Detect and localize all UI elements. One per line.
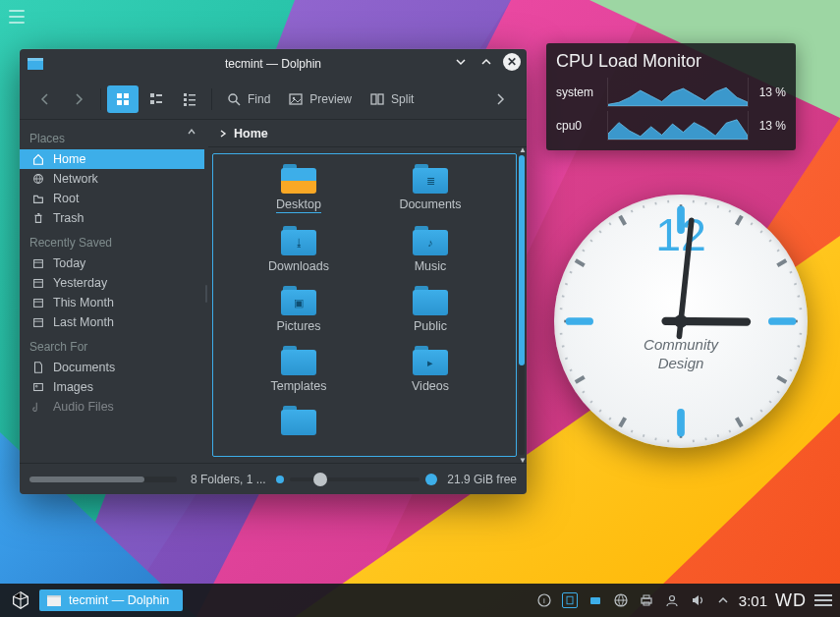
- svg-line-75: [609, 418, 611, 420]
- analog-clock-widget: 12 Community Design: [554, 195, 808, 448]
- cpu-row-label-cpu0: cpu0: [556, 119, 601, 133]
- svg-line-87: [570, 272, 572, 273]
- file-item-documents[interactable]: ≣Documents: [364, 164, 496, 220]
- svg-rect-24: [371, 94, 376, 104]
- cpu-load-widget: CPU Load Monitor system 13 % cpu0 13 %: [546, 43, 796, 150]
- info-icon[interactable]: i: [536, 592, 552, 608]
- clipboard-icon[interactable]: [562, 592, 578, 608]
- breadcrumb-home[interactable]: Home: [234, 127, 268, 140]
- file-item-downloads[interactable]: ⭳Downloads: [233, 226, 364, 280]
- svg-line-73: [632, 430, 633, 432]
- zoom-min-icon: [276, 476, 284, 483]
- sidebar-item-root[interactable]: Root: [20, 189, 204, 208]
- file-item-videos[interactable]: ▸Videos: [364, 346, 496, 400]
- scroll-down-icon[interactable]: ▼: [519, 456, 525, 465]
- sidebar-item-last-month[interactable]: Last Month: [20, 312, 204, 332]
- svg-line-90: [590, 240, 592, 242]
- taskbar-entry-dolphin[interactable]: tecmint — Dolphin: [39, 589, 183, 611]
- app-launcher-button[interactable]: [8, 588, 33, 613]
- sidebar-item-today[interactable]: Today: [20, 253, 204, 273]
- nav-back-button[interactable]: [29, 85, 61, 113]
- close-button[interactable]: ✕: [503, 53, 521, 71]
- sidebar-collapse-icon[interactable]: [187, 126, 196, 140]
- maximize-button[interactable]: [477, 53, 495, 71]
- sidebar-item-audio[interactable]: Audio Files: [20, 397, 204, 417]
- sidebar-item-this-month[interactable]: This Month: [20, 293, 204, 312]
- file-label: Downloads: [268, 259, 329, 273]
- svg-line-88: [576, 260, 585, 265]
- cpu-row-label-system: system: [556, 85, 601, 99]
- device-icon[interactable]: [588, 592, 603, 608]
- desktop-menu-button[interactable]: [6, 6, 28, 28]
- svg-line-54: [798, 296, 801, 297]
- svg-line-89: [583, 250, 585, 252]
- panel-clock[interactable]: 3:01: [739, 592, 767, 609]
- svg-rect-13: [150, 100, 154, 104]
- svg-line-79: [576, 377, 585, 382]
- svg-rect-30: [34, 319, 43, 327]
- titlebar[interactable]: tecmint — Dolphin ✕: [20, 49, 527, 79]
- breadcrumb[interactable]: Home: [208, 120, 527, 147]
- svg-line-51: [777, 260, 786, 265]
- sidebar-horizontal-scrollbar[interactable]: [29, 477, 177, 482]
- toolbar: Find Preview Split: [20, 79, 527, 120]
- user-icon[interactable]: [664, 592, 680, 608]
- svg-rect-31: [34, 384, 43, 391]
- scrollbar-thumb[interactable]: [519, 155, 525, 365]
- preview-button[interactable]: Preview: [280, 85, 360, 113]
- svg-line-47: [751, 223, 753, 225]
- file-label: Documents: [399, 197, 461, 211]
- zoom-knob[interactable]: [313, 473, 327, 486]
- sidebar-heading-search: Search For: [20, 332, 204, 358]
- svg-rect-17: [184, 103, 187, 106]
- svg-rect-29: [34, 300, 43, 308]
- panel-menu-button[interactable]: [814, 594, 832, 606]
- window-title: tecmint — Dolphin: [225, 57, 321, 71]
- volume-icon[interactable]: [690, 592, 705, 608]
- panel-day[interactable]: WD: [775, 590, 807, 611]
- network-icon[interactable]: [613, 592, 629, 608]
- sidebar-item-documents[interactable]: Documents: [20, 358, 204, 377]
- file-item-unnamed[interactable]: [233, 406, 364, 446]
- svg-line-52: [790, 272, 792, 273]
- vertical-scrollbar[interactable]: ▲ ▼: [519, 155, 525, 455]
- file-item-music[interactable]: ♪Music: [364, 226, 496, 280]
- split-button[interactable]: Split: [362, 85, 421, 113]
- view-compact-button[interactable]: [140, 85, 172, 113]
- sidebar-heading-places: Places: [20, 124, 204, 149]
- file-item-desktop[interactable]: Desktop: [233, 164, 364, 220]
- tray-expand-icon[interactable]: [715, 592, 731, 608]
- minimize-button[interactable]: [452, 53, 470, 71]
- svg-rect-19: [189, 99, 196, 101]
- svg-line-43: [705, 202, 706, 205]
- file-label: Videos: [412, 379, 449, 393]
- view-details-button[interactable]: [174, 85, 205, 113]
- cpu-pct-system: 13 %: [755, 85, 786, 99]
- svg-rect-7: [117, 93, 122, 98]
- svg-rect-27: [34, 260, 43, 268]
- nav-forward-button[interactable]: [63, 85, 94, 113]
- scroll-up-icon[interactable]: ▲: [519, 145, 525, 154]
- printer-icon[interactable]: [639, 592, 654, 608]
- file-item-templates[interactable]: Templates: [233, 346, 364, 400]
- sidebar-item-images[interactable]: Images: [20, 377, 204, 397]
- view-icons-button[interactable]: [107, 85, 139, 113]
- file-item-public[interactable]: Public: [364, 286, 496, 340]
- clock-text-2: Design: [658, 355, 704, 371]
- svg-rect-18: [189, 94, 196, 96]
- sidebar-item-yesterday[interactable]: Yesterday: [20, 273, 204, 293]
- zoom-slider[interactable]: [276, 474, 438, 485]
- file-item-pictures[interactable]: ▣Pictures: [233, 286, 364, 340]
- sidebar-item-network[interactable]: Network: [20, 169, 204, 189]
- svg-rect-107: [644, 595, 649, 598]
- sidebar-item-home[interactable]: Home: [20, 149, 204, 169]
- svg-rect-104: [590, 597, 600, 604]
- svg-line-64: [751, 418, 753, 420]
- svg-point-21: [229, 94, 237, 102]
- svg-line-92: [609, 223, 611, 225]
- find-button[interactable]: Find: [218, 85, 278, 113]
- clock-text-1: Community: [644, 336, 718, 353]
- sidebar-item-trash[interactable]: Trash: [20, 208, 204, 228]
- svg-line-95: [644, 205, 644, 207]
- toolbar-overflow-button[interactable]: [485, 85, 517, 113]
